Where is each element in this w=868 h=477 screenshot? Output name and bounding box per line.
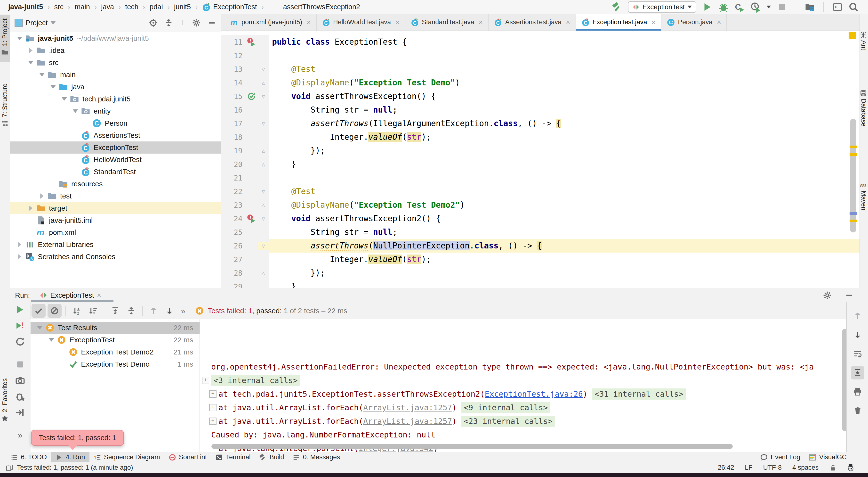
run-configuration-select[interactable]: ExceptionTest	[628, 1, 696, 13]
down-button[interactable]	[851, 328, 864, 341]
rerun-failed-icon[interactable]: !	[15, 321, 25, 330]
tool-window-button-build[interactable]: Build	[255, 452, 288, 462]
tool-window-button-0-messages[interactable]: 0: Messages	[288, 452, 344, 462]
code-line-17[interactable]: 17▿ assertThrows(IllegalArgumentExceptio…	[221, 117, 860, 130]
project-tree-item-src[interactable]: src	[10, 57, 221, 69]
console-horizontal-scrollbar[interactable]	[211, 444, 733, 449]
code-line-19[interactable]: 19▵ });	[221, 144, 860, 157]
fold-marker[interactable]: ▿	[258, 65, 269, 73]
tool-window-button-sonarlint[interactable]: SonarLint	[164, 452, 211, 462]
line-number[interactable]: 12	[221, 52, 245, 60]
line-number[interactable]: 22	[221, 187, 245, 196]
project-tree-item-main[interactable]: main	[10, 69, 221, 81]
chevron-right-icon[interactable]	[18, 242, 21, 247]
next-failed-button[interactable]	[162, 304, 177, 318]
line-number[interactable]: 14	[221, 79, 245, 87]
line-number[interactable]: 19	[221, 147, 245, 155]
project-tree-item-entity[interactable]: entity	[10, 105, 221, 117]
chevron-down-icon[interactable]	[73, 110, 78, 113]
up-button[interactable]	[851, 309, 864, 323]
editor-tab-standardtest-java[interactable]: CStandardTest.java×	[405, 14, 489, 31]
fold-marker[interactable]: ▿	[258, 215, 269, 222]
profiler-button[interactable]	[751, 2, 761, 12]
warning-mark[interactable]	[849, 153, 857, 156]
coverage-button[interactable]: C	[735, 2, 744, 12]
fold-expand-icon[interactable]: +	[209, 390, 217, 398]
project-structure-icon[interactable]	[805, 2, 815, 12]
show-passed-button[interactable]	[32, 304, 45, 318]
code-line-13[interactable]: 13▿ @Test	[221, 62, 860, 76]
chevron-down-icon[interactable]	[28, 61, 33, 64]
project-view-select[interactable]: Project	[14, 19, 56, 27]
code-line-18[interactable]: 18 Integer.valueOf(str);	[221, 130, 860, 144]
stack-trace-link[interactable]: ArrayList.java:1257	[363, 417, 452, 426]
sort-by-duration-button[interactable]	[86, 304, 100, 318]
tool-window-button-4-run[interactable]: 4: Run	[51, 452, 90, 462]
fold-expand-icon[interactable]: +	[209, 418, 217, 425]
line-separator[interactable]: LF	[745, 464, 752, 471]
editor-tab-exceptiontest-java[interactable]: CExceptionTest.java×	[576, 14, 662, 31]
project-tree-item-helloworldtest[interactable]: CHelloWorldTest	[10, 154, 221, 166]
project-tree-item-assertionstest[interactable]: CAssertionsTest	[10, 129, 221, 142]
project-tree-item-pom-xml[interactable]: mpom.xml	[10, 227, 221, 239]
project-tree-item-java-junit5[interactable]: java-junit5~/pdai/www/java-junit5	[10, 32, 221, 44]
debug-button[interactable]	[719, 2, 728, 12]
code-line-28[interactable]: 28▵ });	[221, 266, 860, 280]
breadcrumb-item[interactable]: CExceptionTest	[202, 3, 257, 11]
breadcrumb[interactable]: java-junit5›src›main›java›tech›pdai›juni…	[0, 3, 360, 11]
tool-window-button-6-todo[interactable]: 6: TODO	[6, 452, 51, 462]
stop-icon[interactable]	[15, 360, 25, 369]
warning-mark[interactable]	[849, 219, 857, 222]
code-line-21[interactable]: 21	[221, 171, 860, 185]
code-line-12[interactable]: 12	[221, 49, 860, 62]
gear-icon[interactable]	[823, 291, 832, 300]
settings-icon[interactable]	[192, 19, 201, 27]
project-tree-item-scratches-and-consoles[interactable]: Scratches and Consoles	[10, 250, 221, 263]
close-icon[interactable]: ×	[651, 18, 656, 26]
line-number[interactable]: 17	[221, 119, 245, 128]
tool-windows-icon[interactable]	[6, 464, 13, 471]
toggle-auto-test-icon[interactable]	[15, 337, 25, 347]
scroll-to-end-button[interactable]	[851, 366, 864, 380]
close-icon[interactable]: ×	[478, 18, 483, 26]
stack-trace-link[interactable]: ExceptionTest.java:26	[485, 389, 583, 399]
tool-window-tab-maven[interactable]: mMaven	[859, 180, 868, 210]
tool-window-tab-7-structure[interactable]: 7: Structure	[0, 80, 10, 133]
fold-marker[interactable]: ▵	[258, 147, 269, 154]
close-icon[interactable]: ×	[717, 18, 721, 26]
chevron-down-icon[interactable]	[17, 37, 22, 40]
caret-position[interactable]: 26:42	[718, 464, 734, 471]
project-tree-item-exceptiontest[interactable]: CExceptionTest	[10, 142, 221, 154]
code-line-16[interactable]: 16 String str = null;	[221, 103, 860, 117]
editor-tab-pom-xml-java-junit5-[interactable]: mpom.xml (java-junit5)×	[225, 14, 317, 31]
editor-tab-assertionstest-java[interactable]: CAssertionsTest.java×	[489, 14, 576, 31]
line-number[interactable]: 23	[221, 201, 245, 209]
rerun-icon[interactable]	[15, 305, 25, 315]
close-icon[interactable]: ×	[395, 18, 400, 26]
terminal-window-icon[interactable]	[833, 2, 842, 12]
more-icon[interactable]: »	[18, 430, 23, 440]
test-tree-item-exception-test-demo[interactable]: Exception Test Demo1 ms	[31, 358, 199, 370]
project-tree-item-external-libraries[interactable]: External Libraries	[10, 239, 221, 250]
more-icon[interactable]: »	[181, 306, 185, 316]
chevron-down-icon[interactable]	[39, 73, 44, 77]
close-icon[interactable]: ×	[566, 18, 570, 26]
editor-scrollbar[interactable]	[850, 119, 856, 233]
chevron-right-icon[interactable]	[40, 193, 44, 199]
locate-icon[interactable]	[149, 19, 158, 27]
line-number[interactable]: 27	[221, 255, 245, 264]
breadcrumb-method[interactable]: assertThrowsException2	[283, 3, 360, 11]
fold-marker[interactable]: ▵	[258, 269, 269, 277]
fold-marker[interactable]: ▿	[258, 120, 269, 127]
code-line-24[interactable]: 24!▿ void assertThrowsException2() {	[221, 212, 860, 226]
fold-marker[interactable]: ▿	[258, 187, 269, 195]
line-number[interactable]: 25	[221, 228, 245, 237]
breadcrumb-item[interactable]: java-junit5	[8, 3, 43, 11]
chevron-right-icon[interactable]	[29, 206, 32, 211]
run-button[interactable]	[703, 2, 712, 12]
code-line-15[interactable]: 15▿ void assertThrowsException() {	[221, 90, 860, 103]
line-number[interactable]: 16	[221, 106, 245, 114]
tool-window-tab-database[interactable]: Database	[859, 87, 868, 127]
status-message[interactable]: Tests failed: 1, passed: 1 (a minute ago…	[17, 464, 133, 471]
breadcrumb-item[interactable]: pdai	[150, 3, 163, 11]
